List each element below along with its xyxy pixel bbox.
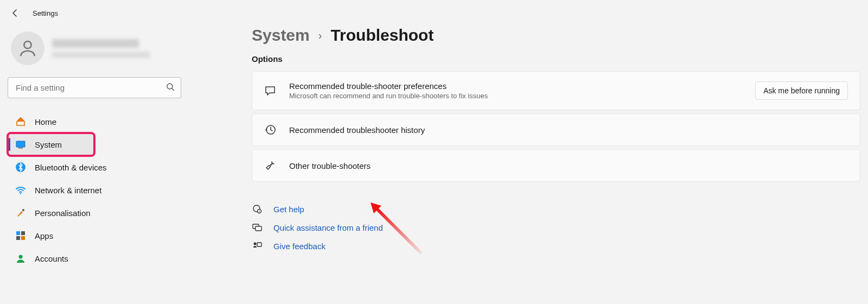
nav-label: Home (35, 117, 56, 126)
link-feedback[interactable]: Give feedback (252, 240, 860, 251)
card-recommended-prefs[interactable]: Recommended trouble-shooter preferences … (252, 71, 860, 110)
sidebar: Home System Bluetooth & devices Network … (8, 22, 192, 270)
chevron-right-icon: › (318, 29, 322, 42)
profile-name-redacted (52, 39, 139, 48)
card-other-troubleshooters[interactable]: Other trouble-shooters (252, 149, 860, 182)
nav-bluetooth[interactable]: Bluetooth & devices (8, 156, 181, 179)
svg-point-6 (20, 193, 22, 194)
link-label: Give feedback (273, 242, 326, 251)
bluetooth-icon (15, 162, 26, 173)
main-content: System › Troubleshoot Options Recommende… (192, 22, 860, 270)
back-button[interactable] (11, 9, 20, 17)
help-icon: ? (252, 204, 263, 214)
card-dropdown[interactable]: Ask me before running (755, 81, 848, 100)
svg-rect-11 (21, 236, 25, 240)
wrench-icon (264, 160, 276, 172)
svg-rect-4 (18, 148, 23, 149)
nav-label: Accounts (35, 254, 68, 263)
wifi-icon (15, 185, 26, 195)
chat-icon (264, 85, 276, 97)
nav-apps[interactable]: Apps (8, 224, 181, 247)
profile-email-redacted (52, 52, 150, 58)
profile-text (52, 39, 150, 58)
nav-list: Home System Bluetooth & devices Network … (8, 110, 181, 270)
nav-network[interactable]: Network & internet (8, 179, 181, 201)
link-get-help[interactable]: ? Get help (252, 204, 860, 214)
breadcrumb-parent[interactable]: System (252, 26, 310, 45)
brush-icon (15, 207, 26, 218)
svg-rect-10 (16, 236, 20, 240)
link-label: Quick assistance from a friend (273, 223, 383, 232)
search-field-wrap (8, 77, 181, 98)
feedback-icon (252, 240, 263, 251)
profile-block[interactable] (8, 22, 181, 77)
svg-point-12 (19, 255, 23, 259)
nav-system[interactable]: System (8, 133, 94, 156)
card-subtitle: Microsoft can recommend and run trouble-… (289, 92, 742, 100)
card-title: Other trouble-shooters (289, 161, 848, 170)
nav-home[interactable]: Home (8, 110, 181, 133)
breadcrumb: System › Troubleshoot (252, 26, 860, 45)
svg-rect-3 (16, 141, 25, 147)
link-label: Get help (273, 205, 304, 214)
screens-icon (252, 222, 263, 233)
card-history[interactable]: Recommended troubleshooter history (252, 113, 860, 146)
header-bar: Settings (0, 0, 868, 22)
svg-point-1 (167, 84, 173, 89)
section-options-label: Options (252, 54, 860, 64)
system-icon (15, 139, 26, 150)
svg-rect-20 (257, 243, 261, 246)
svg-point-0 (24, 41, 31, 48)
person-icon (15, 253, 26, 264)
svg-rect-9 (21, 231, 25, 235)
breadcrumb-current: Troubleshoot (330, 26, 433, 45)
app-title: Settings (33, 9, 58, 17)
link-quick-assist[interactable]: Quick assistance from a friend (252, 222, 860, 233)
avatar (11, 31, 44, 65)
apps-icon (15, 230, 26, 241)
nav-label: Network & internet (35, 186, 101, 195)
svg-point-19 (254, 243, 257, 245)
card-title: Recommended troubleshooter history (289, 125, 848, 135)
nav-personalisation[interactable]: Personalisation (8, 201, 181, 224)
home-icon (15, 116, 26, 127)
search-input[interactable] (8, 77, 181, 98)
nav-accounts[interactable]: Accounts (8, 247, 181, 270)
svg-line-2 (172, 88, 174, 91)
svg-text:?: ? (259, 210, 260, 213)
card-title: Recommended trouble-shooter preferences (289, 81, 742, 91)
nav-label: Personalisation (35, 208, 91, 218)
nav-label: Apps (35, 231, 53, 240)
svg-point-7 (22, 209, 24, 211)
search-icon (166, 83, 175, 93)
svg-rect-8 (16, 231, 20, 235)
nav-label: Bluetooth & devices (35, 163, 107, 172)
svg-rect-18 (256, 226, 261, 231)
nav-label: System (35, 140, 62, 149)
help-links: ? Get help Quick assistance from a frien… (252, 204, 860, 251)
history-icon (264, 124, 276, 136)
